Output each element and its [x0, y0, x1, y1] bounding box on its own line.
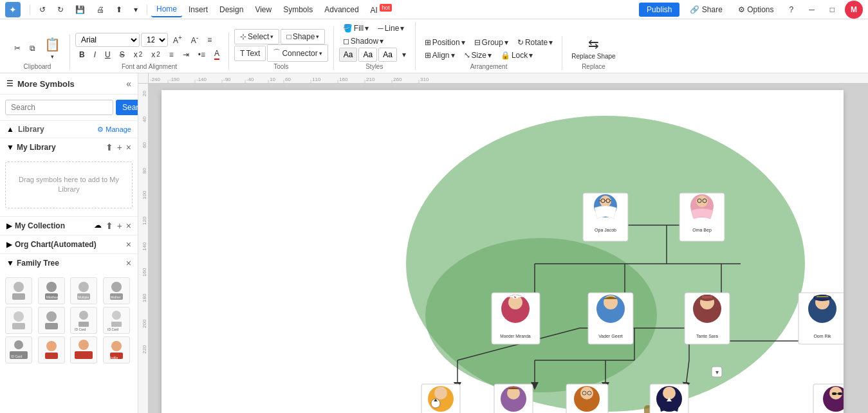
subscript-button[interactable]: x2 — [147, 48, 164, 61]
fill-button[interactable]: 🪣 Fill ▾ — [339, 22, 373, 35]
my-collection-upload-button[interactable]: ⬆ — [106, 221, 113, 231]
font-color-button[interactable]: A — [210, 47, 223, 62]
org-chart-close-button[interactable]: × — [126, 239, 131, 250]
manage-link[interactable]: ⚙ Manage — [97, 125, 131, 134]
symbol-item-8[interactable]: ID Card — [103, 307, 130, 334]
menu-undo[interactable]: ↺ — [34, 3, 51, 17]
my-collection-close-button[interactable]: × — [126, 221, 131, 231]
symbol-item-10[interactable] — [38, 336, 65, 363]
org-chart-section-header[interactable]: ▶ Org Chart(Automated) × — [0, 235, 138, 253]
style-preset-3[interactable]: Aa — [378, 48, 397, 62]
window-min[interactable]: ─ — [804, 3, 820, 17]
style-preset-1[interactable]: Aa — [339, 48, 358, 62]
arrangement-label: Arrangement — [421, 63, 557, 70]
menu-export[interactable]: ⬆ — [111, 3, 127, 17]
symbol-item-9[interactable]: ID Card — [5, 336, 32, 363]
strikethrough-button[interactable]: S — [116, 48, 129, 61]
symbol-item-3[interactable]: Multiple — [70, 277, 97, 304]
menu-redo[interactable]: ↻ — [52, 3, 69, 17]
align-arrange-button[interactable]: ⊞ Align ▾ — [421, 49, 459, 62]
lock-button[interactable]: 🔒 Lock ▾ — [497, 49, 537, 62]
node-zus-berte[interactable]: Zus Berte — [566, 384, 608, 413]
rotate-button[interactable]: ↻ Rotate ▾ — [513, 36, 557, 49]
bullet-button[interactable]: •≡ — [194, 48, 209, 61]
text-button[interactable]: T Text — [234, 46, 266, 61]
menu-save[interactable]: 💾 — [70, 3, 90, 17]
node-julia[interactable]: Julia — [494, 384, 533, 413]
symbol-item-2[interactable]: Mother — [38, 277, 65, 304]
symbol-item-4[interactable]: Mother — [103, 277, 130, 304]
my-collection-add-button[interactable]: + — [117, 221, 122, 231]
font-decrease-button[interactable]: A- — [187, 32, 202, 47]
share-button[interactable]: 🔗 Share — [685, 3, 727, 17]
position-button[interactable]: ⊞ Position ▾ — [421, 36, 469, 49]
node-tante-sara[interactable]: Tante Sara — [685, 293, 730, 344]
node-oom-rik[interactable]: Oom Rik — [799, 293, 844, 344]
profile-avatar[interactable]: M — [845, 1, 863, 19]
symbol-item-11[interactable] — [70, 336, 97, 363]
style-preset-2[interactable]: Aa — [358, 48, 377, 62]
font-size-select[interactable]: 12 — [141, 33, 168, 47]
my-library-upload-button[interactable]: ⬆ — [106, 142, 113, 152]
size-button[interactable]: ⤡ Size ▾ — [460, 49, 495, 62]
superscript-button[interactable]: x2 — [130, 48, 147, 61]
node-nichtje-isa[interactable]: Nichtje Isa — [813, 384, 844, 413]
my-collection-cloud-icon: ☁ — [94, 221, 102, 231]
node-broer[interactable]: Broer — [421, 384, 460, 413]
family-tree-close-button[interactable]: × — [126, 258, 131, 268]
node-peter[interactable]: Peter — [650, 384, 688, 413]
node-oma-bep[interactable]: Oma Bep — [679, 193, 725, 241]
copy-button[interactable]: ⧉ — [26, 42, 39, 55]
symbol-item-5[interactable] — [5, 307, 32, 334]
group-button[interactable]: ⊟ Group ▾ — [470, 36, 512, 49]
tab-advanced[interactable]: Advanced — [319, 3, 364, 17]
select-button[interactable]: ⊹ Select ▾ — [234, 29, 279, 44]
tab-ai[interactable]: AI hot — [365, 2, 397, 17]
replace-shape-button[interactable]: ⇆ Replace Shape — [568, 34, 619, 62]
paste-button[interactable]: 📋▾ — [41, 35, 64, 62]
line-button[interactable]: ─ Line ▾ — [374, 22, 408, 35]
my-library-add-button[interactable]: + — [117, 142, 122, 152]
menu-print[interactable]: 🖨 — [91, 3, 109, 17]
font-increase-button[interactable]: A+ — [169, 32, 186, 47]
list-button[interactable]: ≡ — [165, 48, 178, 61]
publish-button[interactable]: Publish — [639, 3, 679, 17]
window-max[interactable]: □ — [825, 3, 840, 17]
tab-home[interactable]: Home — [151, 2, 182, 17]
node-opa-jacob[interactable]: Opa Jacob — [583, 193, 628, 241]
tab-symbols[interactable]: Symbols — [278, 3, 318, 17]
dropdown-indicator[interactable]: ▾ — [712, 367, 722, 377]
styles-expand-button[interactable]: ▾ — [398, 48, 410, 61]
sidebar-collapse-button[interactable]: « — [126, 78, 131, 89]
align-button[interactable]: ≡ — [203, 33, 216, 46]
cut-button[interactable]: ✂ — [10, 42, 24, 55]
my-library-section-header[interactable]: ▼ My Library ⬆ + × — [0, 138, 138, 156]
bold-button[interactable]: B — [75, 48, 89, 61]
indent-button[interactable]: ⇥ — [179, 48, 193, 61]
options-button[interactable]: ⚙ Options — [733, 3, 779, 17]
symbol-item-6[interactable] — [38, 307, 65, 334]
underline-button[interactable]: U — [101, 48, 115, 61]
symbol-item-12[interactable]: Profile — [103, 336, 130, 363]
canvas-area[interactable]: Opa Jacob Oma Bep — [149, 84, 868, 413]
search-button[interactable]: Search — [116, 100, 138, 115]
italic-button[interactable]: I — [90, 48, 100, 61]
shape-button[interactable]: □ Shape ▾ — [281, 29, 325, 44]
search-input[interactable] — [5, 100, 113, 115]
select-icon: ⊹ — [240, 32, 246, 41]
family-tree-section-header[interactable]: ▼ Family Tree × — [0, 253, 138, 272]
menu-more[interactable]: ▾ — [129, 3, 143, 17]
font-family-select[interactable]: Arial — [75, 33, 140, 47]
node-moeder-miranda[interactable]: Moeder Miranda — [492, 293, 540, 344]
tab-design[interactable]: Design — [214, 3, 248, 17]
connector-button[interactable]: ⌒ Connector ▾ — [267, 44, 328, 62]
my-collection-section-header[interactable]: ▶ My Collection ☁ ⬆ + × — [0, 216, 138, 235]
help-button[interactable]: ? — [784, 3, 799, 17]
my-library-close-button[interactable]: × — [126, 142, 131, 152]
tab-view[interactable]: View — [250, 3, 277, 17]
symbol-item-1[interactable] — [5, 277, 32, 304]
symbol-item-7[interactable]: ID Card — [70, 307, 97, 334]
shadow-button[interactable]: ◻ Shadow ▾ — [339, 35, 387, 48]
node-vader-geert[interactable]: Vader Geert — [588, 293, 633, 344]
tab-insert[interactable]: Insert — [183, 3, 213, 17]
